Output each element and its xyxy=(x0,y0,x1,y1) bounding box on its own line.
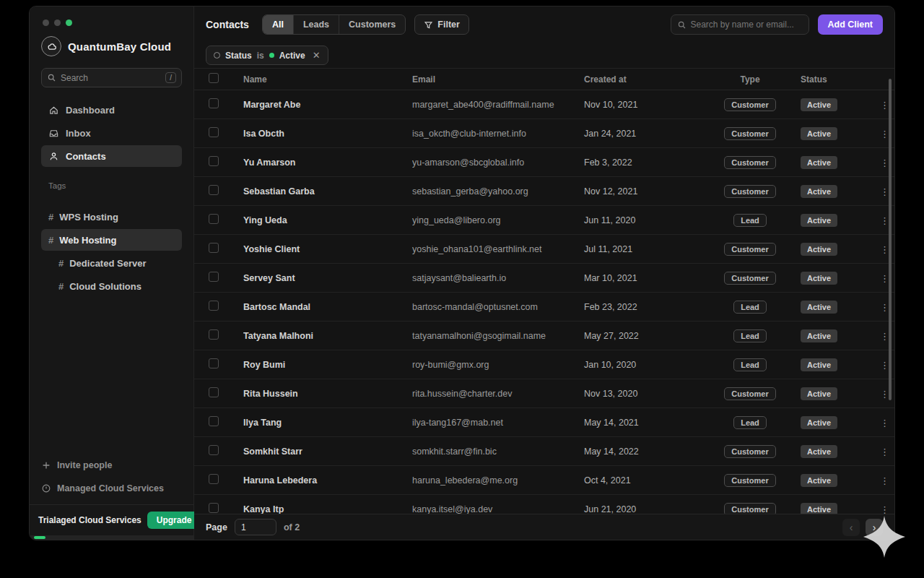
contact-email: somkhit.starr@fin.bic xyxy=(412,447,584,457)
table-row[interactable]: Sebastian Garbasebastian_gerba@yahoo.org… xyxy=(194,177,894,206)
sidebar-search[interactable]: / xyxy=(41,68,182,87)
tag-item-web-hosting[interactable]: #Web Hosting xyxy=(41,229,182,251)
tag-item-dedicated-server[interactable]: #Dedicated Server xyxy=(51,252,182,274)
row-checkbox[interactable] xyxy=(209,156,219,166)
sidebar-footer-invite-people[interactable]: Invite people xyxy=(41,455,182,475)
table-row[interactable]: Ilya Tangilya-tang167@mab.netMay 14, 202… xyxy=(194,408,894,437)
table-row[interactable]: Isa Obcthisa_okcth@club-internet.infoJan… xyxy=(194,119,894,148)
table-row[interactable]: Yoshie Clientyoshie_ohana101@earthlink.n… xyxy=(194,235,894,264)
type-badge: Lead xyxy=(733,301,767,314)
contact-created-at: May 27, 2022 xyxy=(584,331,699,341)
app-window: QuantumBay Cloud / DashboardInboxContact… xyxy=(29,6,895,540)
filter-button[interactable]: Filter xyxy=(414,14,469,35)
table-row[interactable]: Margaret Abemargaret_abe400@radiffmail.n… xyxy=(194,90,894,119)
contact-created-at: Nov 13, 2020 xyxy=(584,389,699,399)
filter-chip-row: Status is Active ✕ xyxy=(194,43,894,69)
table-row[interactable]: Kanya Itpkanya.itsel@iya.devJun 21, 2020… xyxy=(194,495,894,514)
row-checkbox[interactable] xyxy=(209,474,219,484)
tab-all[interactable]: All xyxy=(263,15,294,34)
zoom-window-button[interactable] xyxy=(66,20,72,26)
status-badge: Active xyxy=(801,416,837,429)
contact-name: Rita Hussein xyxy=(243,389,412,399)
contacts-search[interactable] xyxy=(671,14,809,35)
pagination-bar: Page of 2 ‹ › xyxy=(194,514,894,540)
contact-email: yu-amarson@sbcglobal.info xyxy=(412,158,584,168)
table-row[interactable]: Servey Santsatjaysant@baliearth.ioMar 10… xyxy=(194,264,894,293)
row-checkbox[interactable] xyxy=(209,185,219,195)
trial-progress-fill xyxy=(34,536,45,539)
trial-label: Trialaged Cloud Services xyxy=(38,515,141,525)
select-all-checkbox[interactable] xyxy=(209,73,219,83)
search-shortcut-key: / xyxy=(165,72,176,83)
row-checkbox[interactable] xyxy=(209,503,219,513)
contact-created-at: Jun 11, 2020 xyxy=(584,215,699,225)
row-checkbox[interactable] xyxy=(209,214,219,224)
table-row[interactable]: Tatyana Malhonitatyanamalhoni@gsogimail.… xyxy=(194,322,894,350)
status-badge: Active xyxy=(801,98,837,111)
sidebar-search-input[interactable] xyxy=(61,73,161,83)
status-badge: Active xyxy=(801,272,837,285)
row-checkbox[interactable] xyxy=(209,127,219,137)
upgrade-button[interactable]: Upgrade xyxy=(147,512,201,529)
contact-email: ilya-tang167@mab.net xyxy=(412,418,584,428)
row-menu-icon[interactable]: ⋮ xyxy=(877,418,892,428)
row-checkbox[interactable] xyxy=(209,416,219,426)
type-badge: Lead xyxy=(733,416,767,429)
table-row[interactable]: Rita Husseinrita.hussein@charter.devNov … xyxy=(194,379,894,408)
tag-item-wps-hosting[interactable]: #WPS Hosting xyxy=(41,206,182,228)
segment-tabs: AllLeadsCustomers xyxy=(262,14,406,35)
tag-item-cloud-solutions[interactable]: #Cloud Solutions xyxy=(51,275,182,297)
contact-name: Tatyana Malhoni xyxy=(243,331,412,341)
contact-created-at: Nov 12, 2021 xyxy=(584,186,699,197)
add-client-button[interactable]: Add Client xyxy=(818,14,884,35)
table-row[interactable]: Roy Bumiroy-bumi@gmx.orgJan 10, 2020Lead… xyxy=(194,350,894,379)
sidebar-footer-managed-cloud-services[interactable]: Managed Cloud Services xyxy=(41,478,182,499)
hash-icon: # xyxy=(48,212,53,223)
row-checkbox[interactable] xyxy=(209,98,219,108)
status-badge: Active xyxy=(801,127,837,140)
status-badge: Active xyxy=(801,387,837,400)
remove-filter-icon[interactable]: ✕ xyxy=(313,50,321,61)
contact-name: Servey Sant xyxy=(243,273,412,283)
sidebar-item-dashboard[interactable]: Dashboard xyxy=(41,99,182,121)
previous-page-button[interactable]: ‹ xyxy=(842,519,860,536)
contacts-search-input[interactable] xyxy=(691,20,803,30)
contact-created-at: Jun 21, 2020 xyxy=(584,504,699,514)
row-checkbox[interactable] xyxy=(209,243,219,253)
row-checkbox[interactable] xyxy=(209,272,219,282)
close-window-button[interactable] xyxy=(43,20,49,26)
table-row[interactable]: Somkhit Starrsomkhit.starr@fin.bicMay 14… xyxy=(194,437,894,466)
page-number-input[interactable] xyxy=(235,519,276,535)
table-row[interactable]: Bartosc Mandalbartosc-mandal@optusnet.co… xyxy=(194,293,894,322)
minimize-window-button[interactable] xyxy=(54,20,61,26)
row-menu-icon[interactable]: ⋮ xyxy=(877,504,892,514)
sidebar-item-label: Contacts xyxy=(66,151,106,162)
contact-created-at: Feb 23, 2022 xyxy=(584,302,699,312)
table-row[interactable]: Haruna Lebederaharuna_lebedera@me.orgOct… xyxy=(194,466,894,495)
contact-created-at: May 14, 2022 xyxy=(584,447,699,457)
row-menu-icon[interactable]: ⋮ xyxy=(877,475,892,486)
column-header-created: Created at xyxy=(584,74,699,85)
tab-customers[interactable]: Customers xyxy=(339,15,405,34)
vertical-scrollbar[interactable] xyxy=(889,79,892,400)
contact-created-at: Mar 10, 2021 xyxy=(584,273,699,283)
tags-section-title: Tags xyxy=(41,181,182,190)
row-checkbox[interactable] xyxy=(209,358,219,368)
footer-item-label: Managed Cloud Services xyxy=(57,483,164,493)
tag-label: Web Hosting xyxy=(59,235,116,246)
row-checkbox[interactable] xyxy=(209,445,219,455)
table-row[interactable]: Yu Amarsonyu-amarson@sbcglobal.infoFeb 3… xyxy=(194,148,894,177)
sparkle-cursor-icon xyxy=(862,514,907,559)
sidebar-item-contacts[interactable]: Contacts xyxy=(41,145,182,167)
row-checkbox[interactable] xyxy=(209,387,219,397)
contact-name: Haruna Lebedera xyxy=(243,475,412,486)
status-filter-chip[interactable]: Status is Active ✕ xyxy=(206,46,328,65)
row-checkbox[interactable] xyxy=(209,301,219,311)
row-menu-icon[interactable]: ⋮ xyxy=(877,447,892,457)
row-checkbox[interactable] xyxy=(209,329,219,340)
tab-leads[interactable]: Leads xyxy=(294,15,339,34)
sidebar-item-inbox[interactable]: Inbox xyxy=(41,122,182,144)
table-row[interactable]: Ying Uedaying_ueda@libero.orgJun 11, 202… xyxy=(194,206,894,235)
contact-email: isa_okcth@club-internet.info xyxy=(412,129,584,139)
contact-created-at: Nov 10, 2021 xyxy=(584,100,699,110)
